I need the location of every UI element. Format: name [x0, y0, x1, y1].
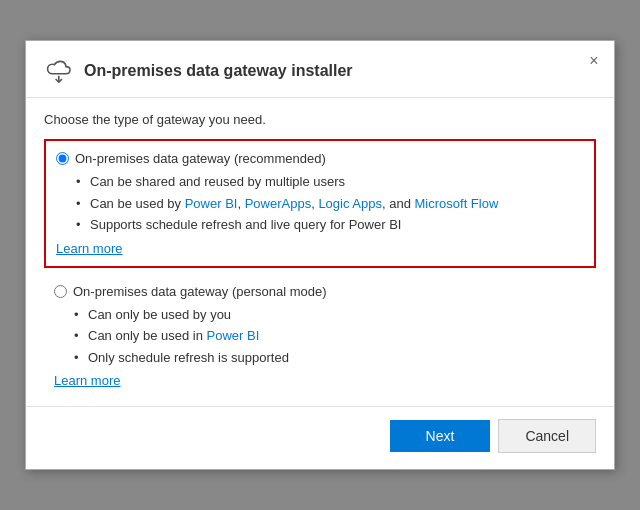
dialog-title: On-premises data gateway installer: [84, 62, 353, 80]
dialog-subtitle: Choose the type of gateway you need.: [44, 112, 596, 127]
dialog-footer: Next Cancel: [26, 406, 614, 469]
cloud-icon: [42, 55, 74, 87]
option2-learn-more-link[interactable]: Learn more: [54, 373, 120, 388]
option1-bullet-1: Can be shared and reused by multiple use…: [76, 172, 582, 192]
next-button[interactable]: Next: [390, 420, 491, 452]
option1-bullet-list: Can be shared and reused by multiple use…: [56, 172, 582, 235]
option2-label: On-premises data gateway (personal mode): [73, 284, 327, 299]
option2-box: On-premises data gateway (personal mode)…: [44, 282, 596, 391]
gateway-installer-dialog: On-premises data gateway installer × Cho…: [25, 40, 615, 470]
option1-learn-more-link[interactable]: Learn more: [56, 241, 122, 256]
title-bar: On-premises data gateway installer ×: [26, 41, 614, 98]
option2-radio-label[interactable]: On-premises data gateway (personal mode): [54, 284, 584, 299]
option1-bullet-2: Can be used by Power BI, PowerApps, Logi…: [76, 194, 582, 214]
option2-bullet-list: Can only be used by you Can only be used…: [54, 305, 584, 368]
option1-box: On-premises data gateway (recommended) C…: [44, 139, 596, 268]
option2-bullet-1: Can only be used by you: [74, 305, 584, 325]
option1-radio-label[interactable]: On-premises data gateway (recommended): [56, 151, 582, 166]
option1-bullet-3: Supports schedule refresh and live query…: [76, 215, 582, 235]
option2-bullet-3: Only schedule refresh is supported: [74, 348, 584, 368]
option2-bullet-2: Can only be used in Power BI: [74, 326, 584, 346]
option2-radio[interactable]: [54, 285, 67, 298]
option1-label: On-premises data gateway (recommended): [75, 151, 326, 166]
close-button[interactable]: ×: [584, 51, 604, 71]
dialog-body: Choose the type of gateway you need. On-…: [26, 98, 614, 406]
option1-radio[interactable]: [56, 152, 69, 165]
cancel-button[interactable]: Cancel: [498, 419, 596, 453]
